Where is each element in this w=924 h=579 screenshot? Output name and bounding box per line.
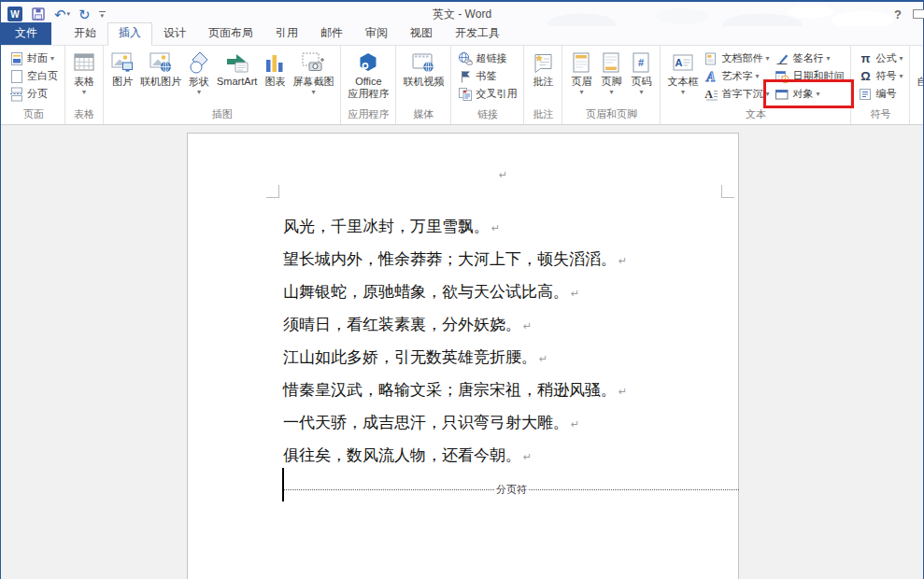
quick-parts-icon <box>704 51 718 66</box>
online-pictures-label: 联机图片 <box>140 76 181 88</box>
paragraph-mark: ↵ <box>499 169 507 181</box>
svg-text:A: A <box>675 57 682 68</box>
document-text: 风光，千里冰封，万里雪飘。↵ 望长城内外，惟余莽莽；大河上下，顿失滔滔。↵ 山舞… <box>283 210 627 472</box>
page-break-label: 分页 <box>27 87 48 101</box>
dropdown-arrow-icon <box>899 72 903 80</box>
footer-label: 页脚 <box>601 76 621 88</box>
wordart-icon: A <box>704 69 718 84</box>
ribbon-options-icon[interactable] <box>913 9 924 19</box>
group-tables: 表格 表格 <box>65 46 104 124</box>
online-pictures-button[interactable]: 联机图片 <box>137 47 184 88</box>
quick-parts-button[interactable]: 文档部件 <box>701 49 772 67</box>
group-comments: 批注 批注 <box>524 46 562 124</box>
text-box-icon: A <box>671 49 695 76</box>
drop-cap-icon: A <box>704 87 718 102</box>
redo-button[interactable]: ↻ <box>78 7 91 21</box>
date-time-button[interactable]: 日期和时间 <box>772 67 846 85</box>
bookmark-label: 书签 <box>476 69 496 83</box>
drop-cap-button[interactable]: A 首字下沉 <box>701 85 772 103</box>
group-illustrations: 图片 联机图片 形状 <box>104 46 341 124</box>
object-button[interactable]: 对象 <box>772 85 846 103</box>
page-number-button[interactable]: # 页码 <box>626 47 656 96</box>
dropdown-arrow-icon <box>826 54 830 63</box>
online-pictures-icon <box>149 49 173 76</box>
quick-parts-label: 文档部件 <box>721 51 762 65</box>
cross-reference-icon <box>458 87 473 102</box>
undo-button[interactable]: ↶▾ <box>54 7 70 21</box>
group-label-symbols: 符号 <box>855 106 905 124</box>
text-line: 风光，千里冰封，万里雪飘。↵ <box>283 210 627 243</box>
dropdown-arrow-icon <box>899 54 903 63</box>
dropdown-arrow-icon <box>311 88 315 96</box>
chart-button[interactable]: 图表 <box>260 47 290 88</box>
picture-button[interactable]: 图片 <box>107 47 137 88</box>
paragraph-mark: ↵ <box>618 386 627 397</box>
ribbon-tab-row: 文件 开始 插入 设计 页面布局 引用 邮件 审阅 视图 开发工具 <box>1 26 923 45</box>
cover-page-icon <box>9 51 24 66</box>
online-video-button[interactable]: 联机视频 <box>400 47 447 88</box>
dropdown-arrow-icon <box>755 72 759 80</box>
text-line: 须晴日，看红装素裏，分外妖娆。↵ <box>283 308 627 341</box>
symbol-button[interactable]: Ω 符号 <box>855 67 905 85</box>
customize-qat-button[interactable]: ▾ <box>99 11 106 18</box>
group-label-header-footer: 页眉和页脚 <box>566 106 656 124</box>
group-custom: 自动滚动 新建组 <box>910 46 923 124</box>
document-page[interactable]: ↵ 风光，千里冰封，万里雪飘。↵ 望长城内外，惟余莽莽；大河上下，顿失滔滔。↵ … <box>187 133 739 579</box>
drop-cap-label: 首字下沉 <box>721 87 762 101</box>
number-icon <box>858 87 873 102</box>
bookmark-button[interactable]: 书签 <box>455 67 499 85</box>
save-button[interactable] <box>31 7 46 21</box>
equation-button[interactable]: π 公式 <box>855 49 905 67</box>
screenshot-label: 屏幕截图 <box>292 76 334 88</box>
page-break-button[interactable]: 分页 <box>7 85 50 103</box>
number-button[interactable]: 编号 <box>855 85 899 103</box>
table-icon <box>72 49 96 76</box>
equation-icon: π <box>858 51 873 65</box>
dropdown-arrow-icon <box>816 90 819 98</box>
svg-text:W: W <box>10 9 20 20</box>
page-break-marker: 分页符 <box>284 483 739 496</box>
redo-icon: ↻ <box>78 7 91 21</box>
object-label: 对象 <box>792 87 813 101</box>
group-symbols: π 公式 Ω 符号 编号 符号 <box>851 46 910 124</box>
shapes-button[interactable]: 形状 <box>184 47 214 96</box>
page-number-icon: # <box>629 49 653 76</box>
blank-page-button[interactable]: 空白页 <box>7 67 61 85</box>
table-button[interactable]: 表格 <box>69 47 99 96</box>
page-break-icon <box>9 87 24 102</box>
word-logo-icon: W <box>7 7 22 21</box>
header-button[interactable]: 页眉 <box>566 47 596 96</box>
footer-icon <box>599 49 623 76</box>
auto-scroll-button[interactable]: 自动滚动 <box>914 47 923 88</box>
text-box-button[interactable]: A 文本框 <box>664 47 701 96</box>
signature-line-button[interactable]: 签名行 <box>772 49 846 67</box>
hyperlink-button[interactable]: 超链接 <box>455 49 509 67</box>
dropdown-arrow-icon <box>197 88 201 96</box>
header-icon <box>569 49 593 76</box>
margin-corner-mark <box>266 185 279 198</box>
online-video-icon <box>411 49 435 76</box>
cross-reference-label: 交叉引用 <box>476 87 517 101</box>
footer-button[interactable]: 页脚 <box>596 47 626 96</box>
screenshot-button[interactable]: 屏幕截图 <box>290 47 336 96</box>
text-line: 俱往矣，数风流人物，还看今朝。↵ <box>283 439 627 472</box>
wordart-button[interactable]: A 艺术字 <box>701 67 772 85</box>
text-box-label: 文本框 <box>667 76 698 88</box>
bookmark-icon <box>458 69 473 84</box>
group-media: 联机视频 媒体 <box>396 46 451 124</box>
ribbon-insert: 封面 空白页 分页 页面 表格 <box>1 45 923 125</box>
page-number-label: 页码 <box>631 76 651 88</box>
date-time-icon <box>775 69 789 84</box>
object-icon <box>775 87 789 102</box>
equation-label: 公式 <box>875 51 896 65</box>
number-label: 编号 <box>875 87 896 101</box>
cover-page-button[interactable]: 封面 <box>7 49 57 67</box>
help-button[interactable]: ? <box>894 7 902 21</box>
comment-icon <box>531 49 555 76</box>
cross-reference-button[interactable]: 交叉引用 <box>455 85 519 103</box>
svg-text:A: A <box>706 70 716 84</box>
comment-button[interactable]: 批注 <box>528 47 558 88</box>
office-apps-button[interactable]: Office 应用程序 <box>345 47 391 100</box>
hyperlink-icon <box>458 51 473 66</box>
smartart-button[interactable]: SmartArt <box>214 47 260 88</box>
